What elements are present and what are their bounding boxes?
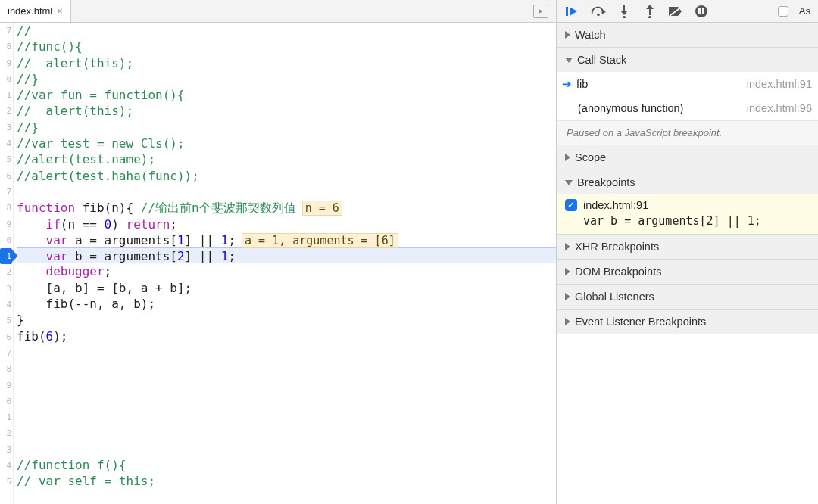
line-number[interactable]: 8 <box>0 39 12 54</box>
line-number[interactable]: 4 <box>0 135 12 151</box>
line-number[interactable]: 3 <box>0 442 12 458</box>
code-line <box>17 184 556 200</box>
breakpoint-code: var b = arguments[2] || 1; <box>565 211 810 228</box>
code-line: //var test = new Cls(); <box>17 135 556 151</box>
pause-on-exceptions-button[interactable] <box>694 5 709 18</box>
code-line: //alert(test.name); <box>17 151 556 167</box>
line-number[interactable]: 6 <box>0 168 12 184</box>
tab-label: index.html <box>8 5 52 17</box>
frame-function: fib <box>576 78 742 90</box>
line-number[interactable]: 0 <box>0 71 12 87</box>
breakpoint-checkbox[interactable]: ✓ <box>565 199 577 211</box>
inline-hint: n = 6 <box>302 201 342 216</box>
svg-point-6 <box>623 16 626 18</box>
breakpoint-item[interactable]: ✓ index.html:91 var b = arguments[2] || … <box>557 194 818 234</box>
global-listeners-header[interactable]: Global Listeners <box>557 285 818 309</box>
step-out-button[interactable] <box>642 5 657 18</box>
async-checkbox[interactable] <box>778 6 788 17</box>
callstack-label: Call Stack <box>577 54 626 66</box>
line-number[interactable]: 1 <box>0 248 12 264</box>
code-line <box>17 344 556 360</box>
line-number[interactable]: 2 <box>0 264 12 280</box>
line-number[interactable]: 2 <box>0 103 12 119</box>
callstack-section-header[interactable]: Call Stack <box>557 48 818 72</box>
code-line <box>17 360 556 376</box>
breakpoints-section-header[interactable]: Breakpoints <box>557 170 818 194</box>
step-into-button[interactable] <box>617 5 632 18</box>
tab-bar: index.html × <box>0 0 556 23</box>
dom-label: DOM Breakpoints <box>575 266 661 278</box>
line-number[interactable]: 0 <box>0 394 12 409</box>
code-line: if(n == 0) return; <box>17 216 556 232</box>
svg-rect-14 <box>702 8 704 14</box>
close-icon[interactable]: × <box>57 5 63 17</box>
line-number[interactable]: 4 <box>0 297 12 313</box>
svg-marker-8 <box>646 5 654 9</box>
deactivate-breakpoints-button[interactable] <box>668 5 683 18</box>
callstack-frame[interactable]: ➔fibindex.html:91 <box>557 72 818 96</box>
code-line: //var fun = function(){ <box>17 87 556 103</box>
svg-marker-2 <box>602 9 606 14</box>
line-number[interactable]: 5 <box>0 313 12 328</box>
line-number[interactable]: 9 <box>0 216 12 232</box>
evt-label: Event Listener Breakpoints <box>575 316 706 328</box>
code-line: // <box>17 23 556 39</box>
line-number[interactable]: 9 <box>0 55 12 71</box>
step-over-button[interactable] <box>591 5 606 18</box>
line-number[interactable]: 2 <box>0 425 12 441</box>
dom-breakpoints-header[interactable]: DOM Breakpoints <box>557 260 818 284</box>
svg-point-12 <box>695 5 707 17</box>
svg-rect-13 <box>698 8 701 14</box>
code-line: //} <box>17 71 556 87</box>
line-number[interactable]: 4 <box>0 458 12 474</box>
code-line: // alert(this); <box>17 55 556 71</box>
line-number[interactable]: 8 <box>0 200 12 216</box>
svg-rect-0 <box>566 7 568 16</box>
callstack-frame[interactable]: (anonymous function)index.html:96 <box>557 96 818 120</box>
code-line <box>17 393 556 409</box>
resume-button[interactable] <box>565 5 580 18</box>
breakpoint-location: index.html:91 <box>583 199 648 211</box>
code-line <box>17 377 556 393</box>
code-line: //alert(test.haha(func)); <box>17 168 556 184</box>
watch-section-header[interactable]: Watch <box>557 23 818 47</box>
code-editor[interactable]: 78901234567890123456789012345 ////func()… <box>0 23 556 504</box>
line-number[interactable]: 7 <box>0 184 12 200</box>
line-number[interactable]: 3 <box>0 120 12 135</box>
line-number[interactable]: 7 <box>0 345 12 361</box>
svg-point-9 <box>648 16 651 18</box>
chevron-right-icon <box>565 318 570 325</box>
code-line: fib(--n, a, b); <box>17 296 556 312</box>
line-number[interactable]: 6 <box>0 329 12 345</box>
scope-label: Scope <box>575 151 606 163</box>
line-number[interactable]: 7 <box>0 23 12 39</box>
chevron-down-icon <box>565 58 573 63</box>
code-line: // alert(this); <box>17 103 556 119</box>
line-number[interactable]: 8 <box>0 361 12 377</box>
chevron-right-icon <box>565 243 570 250</box>
event-listener-breakpoints-header[interactable]: Event Listener Breakpoints <box>557 310 818 334</box>
line-number[interactable]: 9 <box>0 378 12 394</box>
line-number[interactable]: 0 <box>0 232 12 248</box>
code-line: fib(6); <box>17 328 556 344</box>
line-number[interactable]: 5 <box>0 474 12 490</box>
code-line: } <box>17 312 556 328</box>
line-number[interactable]: 1 <box>0 87 12 103</box>
code-content: ////func(){// alert(this);//}//var fun =… <box>14 23 556 504</box>
svg-marker-1 <box>570 7 577 16</box>
chevron-right-icon <box>565 268 570 275</box>
scope-section-header[interactable]: Scope <box>557 145 818 170</box>
code-line <box>17 409 556 425</box>
line-number[interactable]: 3 <box>0 281 12 297</box>
code-line: var b = arguments[2] || 1; <box>17 247 556 263</box>
frame-function: (anonymous function) <box>578 102 742 114</box>
line-number[interactable]: 1 <box>0 409 12 425</box>
line-number[interactable]: 5 <box>0 151 12 167</box>
pretty-print-icon[interactable] <box>533 5 548 18</box>
breakpoints-label: Breakpoints <box>577 176 635 188</box>
code-line: [a, b] = [b, a + b]; <box>17 280 556 296</box>
xhr-breakpoints-header[interactable]: XHR Breakpoints <box>557 235 818 259</box>
chevron-right-icon <box>565 154 570 161</box>
tab-index-html[interactable]: index.html × <box>0 0 71 22</box>
code-line: // var self = this; <box>17 473 556 489</box>
